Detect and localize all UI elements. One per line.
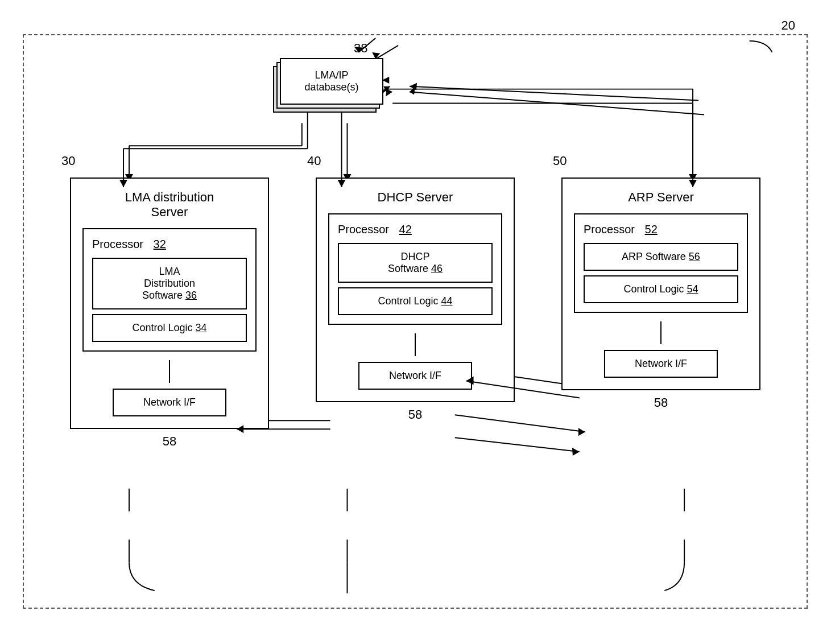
arp-processor-box: Processor 52 ARP Software 56 Control Log…: [574, 213, 748, 313]
ref-40: 40: [307, 154, 321, 168]
svg-line-40: [410, 86, 698, 101]
arp-server-wrapper: 50 ARP Server Processor 52 ARP Software …: [561, 177, 760, 390]
arp-processor-label: Processor 52: [584, 223, 738, 236]
dhcp-server: DHCP Server Processor 42 DHCPSoftware 46…: [316, 177, 515, 402]
ref-30: 30: [61, 154, 75, 168]
ref-38: 38: [354, 41, 367, 56]
dhcp-server-title: DHCP Server: [328, 190, 502, 205]
dhcp-vertical-line: [415, 333, 416, 356]
ref-50: 50: [553, 154, 567, 168]
lma-server: LMA distributionServer Processor 32 LMAD…: [70, 177, 269, 429]
arp-vertical-line: [660, 321, 662, 344]
dhcp-processor-label: Processor 42: [338, 223, 493, 236]
svg-line-11: [410, 92, 704, 115]
arp-network-box: Network I/F: [604, 350, 718, 378]
svg-line-27: [375, 46, 398, 59]
diagram-outer: 20: [23, 34, 808, 609]
arp-software-box: ARP Software 56: [584, 243, 738, 271]
lma-processor-box: Processor 32 LMADistributionSoftware 36 …: [82, 228, 257, 352]
db-box-front: LMA/IPdatabase(s): [280, 58, 383, 105]
lma-control-box: Control Logic 34: [92, 314, 247, 342]
dhcp-control-box: Control Logic 44: [338, 287, 493, 315]
db-arrow-right: ◀: [382, 74, 389, 85]
lma-processor-label: Processor 32: [92, 238, 247, 251]
arp-server: ARP Server Processor 52 ARP Software 56 …: [561, 177, 760, 390]
dhcp-network-box: Network I/F: [358, 362, 472, 390]
lma-vertical-line: [169, 360, 170, 383]
lma-network-box: Network I/F: [113, 389, 226, 416]
lma-software-box: LMADistributionSoftware 36: [92, 258, 247, 309]
db-stack: LMA/IPdatabase(s) ◀: [268, 58, 382, 126]
dhcp-ref-58: 58: [408, 407, 422, 422]
dhcp-processor-box: Processor 42 DHCPSoftware 46 Control Log…: [328, 213, 502, 325]
arp-control-box: Control Logic 54: [584, 275, 738, 303]
lma-ref-58: 58: [163, 434, 176, 449]
database-area: LMA/IPdatabase(s) ◀: [268, 58, 394, 126]
svg-marker-41: [410, 83, 417, 90]
svg-marker-47: [572, 448, 580, 456]
lma-server-title: LMA distributionServer: [82, 190, 257, 220]
arp-server-title: ARP Server: [574, 190, 748, 205]
svg-marker-20: [578, 428, 585, 436]
svg-line-46: [455, 437, 580, 452]
servers-row: 30 LMA distributionServer Processor 32 L…: [24, 177, 807, 429]
svg-marker-12: [410, 86, 415, 95]
arp-ref-58: 58: [654, 395, 668, 410]
dhcp-software-box: DHCPSoftware 46: [338, 243, 493, 283]
lma-server-wrapper: 30 LMA distributionServer Processor 32 L…: [70, 177, 269, 429]
ref-20-label: 20: [782, 18, 795, 33]
dhcp-server-wrapper: 40 DHCP Server Processor 42 DHCPSoftware…: [316, 177, 515, 402]
